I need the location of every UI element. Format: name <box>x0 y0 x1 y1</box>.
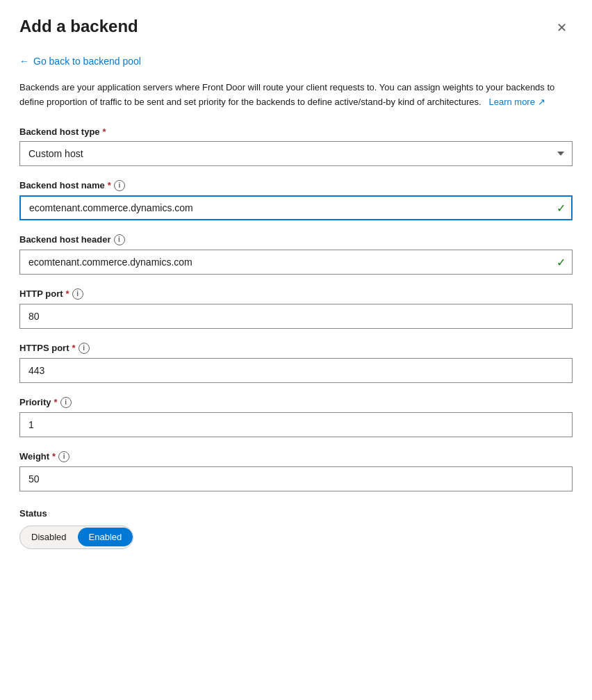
back-arrow-icon: ← <box>19 56 29 67</box>
backend-host-name-input-wrapper: ✓ <box>19 195 573 220</box>
backend-host-header-input-wrapper: ✓ <box>19 250 573 275</box>
required-star: * <box>103 127 106 137</box>
https-port-info-icon[interactable]: i <box>79 343 90 354</box>
backend-host-name-group: Backend host name * i ✓ <box>19 180 573 220</box>
status-toggle[interactable]: Disabled Enabled <box>19 526 133 549</box>
learn-more-link[interactable]: Learn more ↗ <box>486 97 545 107</box>
weight-input[interactable] <box>19 466 573 491</box>
required-star-https: * <box>72 343 76 353</box>
external-link-icon: ↗ <box>538 97 545 107</box>
http-port-label: HTTP port * i <box>19 288 573 300</box>
priority-group: Priority * i <box>19 397 573 437</box>
priority-input[interactable] <box>19 412 573 437</box>
panel-title: Add a backend <box>19 17 138 37</box>
backend-host-type-select[interactable]: Custom host App service Cloud service St… <box>19 141 573 166</box>
http-port-input-wrapper <box>19 304 573 329</box>
status-section: Status Disabled Enabled <box>19 508 573 549</box>
back-link-label: Go back to backend pool <box>33 56 141 67</box>
http-port-group: HTTP port * i <box>19 288 573 329</box>
https-port-input-wrapper <box>19 358 573 383</box>
status-enabled-option[interactable]: Enabled <box>78 528 133 546</box>
status-label: Status <box>19 508 573 519</box>
priority-input-wrapper <box>19 412 573 437</box>
required-star-http: * <box>66 288 69 299</box>
https-port-group: HTTPS port * i <box>19 343 573 383</box>
priority-info-icon[interactable]: i <box>60 397 72 408</box>
backend-host-header-input[interactable] <box>19 250 573 275</box>
weight-info-icon[interactable]: i <box>58 451 69 462</box>
weight-label: Weight * i <box>19 451 573 462</box>
backend-host-type-label: Backend host type * <box>19 127 573 137</box>
weight-input-wrapper <box>19 466 573 491</box>
backend-host-name-info-icon[interactable]: i <box>114 180 125 191</box>
http-port-info-icon[interactable]: i <box>72 288 83 300</box>
weight-group: Weight * i <box>19 451 573 491</box>
backend-host-header-info-icon[interactable]: i <box>114 234 125 245</box>
close-button[interactable]: ✕ <box>550 17 573 39</box>
backend-host-type-select-wrapper: Custom host App service Cloud service St… <box>19 141 573 166</box>
add-backend-panel: Add a backend ✕ ← Go back to backend poo… <box>0 0 592 700</box>
http-port-input[interactable] <box>19 304 573 329</box>
https-port-input[interactable] <box>19 358 573 383</box>
required-star-hostname: * <box>108 180 111 190</box>
backend-host-name-label: Backend host name * i <box>19 180 573 191</box>
backend-host-name-input[interactable] <box>19 195 573 220</box>
back-to-pool-link[interactable]: ← Go back to backend pool <box>19 56 141 67</box>
required-star-weight: * <box>52 451 56 462</box>
priority-label: Priority * i <box>19 397 573 408</box>
backend-host-type-group: Backend host type * Custom host App serv… <box>19 127 573 166</box>
description-text: Backends are your application servers wh… <box>19 81 573 110</box>
https-port-label: HTTPS port * i <box>19 343 573 354</box>
panel-header: Add a backend ✕ <box>19 17 573 39</box>
backend-host-header-group: Backend host header i ✓ <box>19 234 573 275</box>
required-star-priority: * <box>54 397 58 407</box>
close-icon: ✕ <box>557 20 567 35</box>
backend-host-header-label: Backend host header i <box>19 234 573 245</box>
status-disabled-option[interactable]: Disabled <box>20 528 78 546</box>
